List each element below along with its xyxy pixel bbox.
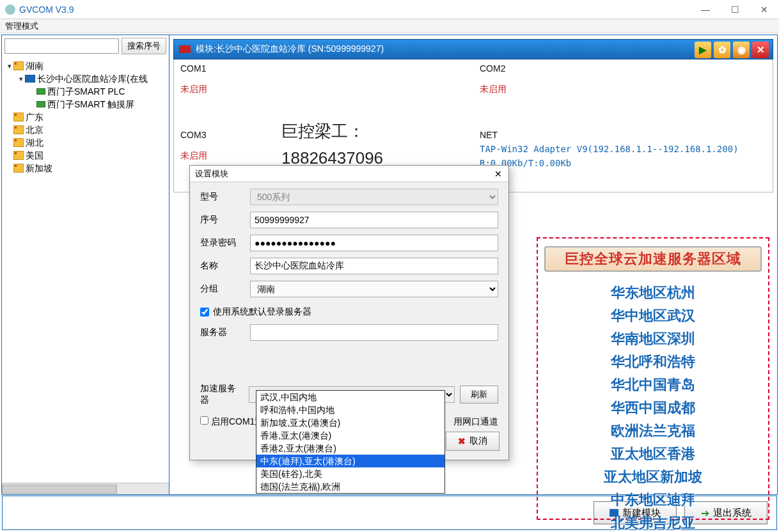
dropdown-option[interactable]: 香港,亚太(港澳台) [256, 429, 445, 442]
play-button[interactable]: ▶ [695, 42, 711, 58]
settings-button[interactable]: ✿ [714, 42, 730, 58]
app-icon [5, 4, 15, 15]
search-button[interactable]: 搜索序号 [122, 38, 166, 54]
status-net: NET TAP-Win32 Adapter V9(192.168.1.1--19… [473, 126, 773, 192]
search-row: 搜索序号 [2, 35, 169, 57]
maximize-button[interactable]: ☐ [720, 0, 750, 19]
module-status-icon [179, 45, 191, 53]
net-label: NET [480, 130, 766, 140]
close-icon: ✕ [757, 44, 765, 56]
tree-device-0[interactable]: 长沙中心医院血站冷库(在线 [37, 72, 148, 85]
scrollbar-thumb[interactable] [2, 485, 117, 494]
module-close-button[interactable]: ✕ [752, 42, 769, 58]
tree-hubei[interactable]: 湖北 [26, 136, 43, 149]
com3-value: 未启用 [180, 150, 467, 162]
module-header-prefix: 模块: [196, 43, 216, 55]
use-default-server-checkbox[interactable] [200, 308, 209, 317]
gear-icon: ✿ [718, 44, 727, 56]
model-select: 500系列 [250, 189, 498, 205]
folder-icon [13, 151, 24, 160]
serial-input[interactable] [250, 212, 498, 228]
folder-icon [13, 113, 24, 121]
dropdown-option[interactable]: 中东(迪拜),亚太(港澳台) [256, 455, 445, 467]
folder-icon [13, 164, 24, 173]
module-header: 模块: 长沙中心医院血站冷库 (SN:50999999927) ▶ ✿ ◉ ✕ [173, 39, 773, 59]
dropdown-option[interactable]: 呼和浩特,中国内地 [256, 403, 445, 416]
close-window-button[interactable]: ✕ [750, 0, 779, 19]
plc-icon [36, 88, 45, 95]
server-region-title: 巨控全球云加速服务器区域 [544, 246, 762, 272]
tree-guangdong[interactable]: 广东 [26, 111, 43, 123]
server-region-item: 华南地区深圳 [611, 329, 695, 348]
hmi-icon [36, 101, 45, 107]
dialog-close-button[interactable]: ✕ [492, 168, 505, 180]
group-select[interactable]: 湖南 [250, 281, 498, 297]
server-region-item: 华北中国青岛 [611, 375, 695, 395]
dialog-titlebar[interactable]: 设置模块 ✕ [190, 166, 508, 182]
server-region-item: 华西中国成都 [611, 398, 695, 418]
tree-meiguo[interactable]: 美国 [26, 149, 43, 162]
dropdown-option[interactable]: 新加坡,亚太(港澳台) [256, 416, 445, 429]
refresh-button[interactable]: 刷新 [460, 386, 498, 403]
name-label: 名称 [200, 260, 244, 272]
com3-label: COM3 [180, 130, 467, 140]
password-label: 登录密码 [200, 237, 244, 249]
device-icon [25, 75, 35, 82]
server-label: 服务器 [200, 327, 244, 338]
left-pane: 搜索序号 ▾湖南 ▾长沙中心医院血站冷库(在线 西门子SMART PLC 西门子… [2, 35, 169, 494]
enable-net-label-tail: 用网口通道 [453, 416, 498, 426]
device-tree[interactable]: ▾湖南 ▾长沙中心医院血站冷库(在线 西门子SMART PLC 西门子SMART… [2, 57, 169, 483]
com1-value: 未启用 [180, 84, 467, 95]
window-titlebar: GVCOM V3.9 — ☐ ✕ [0, 0, 779, 19]
status-com2: COM2 未启用 [473, 59, 773, 126]
accel-label: 加速服务器 [200, 383, 244, 406]
com1-label: COM1 [180, 63, 467, 74]
play-icon: ▶ [699, 44, 707, 56]
com2-label: COM2 [480, 63, 766, 74]
tree-hunan[interactable]: 湖南 [26, 59, 43, 72]
folder-icon [13, 61, 24, 70]
window-controls: — ☐ ✕ [691, 0, 779, 19]
use-default-server-label: 使用系统默认登录服务器 [213, 306, 311, 318]
menu-management-mode[interactable]: 管理模式 [5, 20, 38, 32]
enable-com1-checkbox[interactable] [200, 416, 209, 425]
folder-icon [13, 125, 24, 134]
search-input[interactable] [4, 38, 119, 54]
net-adapter: TAP-Win32 Adapter V9(192.168.1.1--192.16… [480, 144, 766, 154]
net-rate: R:0.00Kb/T:0.00Kb [480, 158, 766, 168]
tree-leaf-hmi[interactable]: 西门子SMART 触摸屏 [47, 98, 134, 111]
minimize-button[interactable]: — [691, 0, 720, 19]
server-region-list: 华东地区杭州华中地区武汉华南地区深圳华北呼和浩特华北中国青岛华西中国成都欧洲法兰… [538, 283, 768, 515]
folder-icon [13, 138, 24, 147]
password-input[interactable] [250, 235, 498, 251]
cancel-icon: ✖ [458, 436, 466, 446]
menubar: 管理模式 [0, 19, 779, 33]
server-region-item: 亚太地区新加坡 [604, 467, 702, 487]
tree-leaf-plc[interactable]: 西门子SMART PLC [47, 85, 125, 98]
status-com1: COM1 未启用 [174, 59, 473, 126]
cancel-button[interactable]: ✖取消 [446, 432, 500, 451]
dropdown-option[interactable]: 武汉,中国内地 [256, 391, 445, 403]
accel-server-dropdown-list[interactable]: 武汉,中国内地呼和浩特,中国内地新加坡,亚太(港澳台)香港,亚太(港澳台)香港2… [256, 390, 445, 494]
model-label: 型号 [200, 191, 244, 203]
tree-beijing[interactable]: 北京 [26, 123, 43, 136]
server-region-panel: 巨控全球云加速服务器区域 华东地区杭州华中地区武汉华南地区深圳华北呼和浩特华北中… [537, 237, 769, 520]
module-header-buttons: ▶ ✿ ◉ ✕ [695, 42, 769, 58]
disc-icon: ◉ [737, 44, 746, 56]
tree-xinjiapo[interactable]: 新加坡 [26, 162, 52, 175]
group-label: 分组 [200, 283, 244, 295]
server-region-item: 欧洲法兰克福 [611, 421, 695, 441]
dropdown-option[interactable]: 美国(硅谷),北美 [256, 467, 445, 480]
server-region-item: 亚太地区香港 [611, 444, 695, 464]
dropdown-option[interactable]: 德国(法兰克福),欧洲 [256, 480, 445, 493]
server-region-item: 华中地区武汉 [611, 306, 695, 325]
server-region-item: 华东地区杭州 [611, 283, 695, 302]
dropdown-option[interactable]: 香港2,亚太(港澳台) [256, 442, 445, 455]
disc-button[interactable]: ◉ [733, 42, 750, 58]
dialog-title: 设置模块 [195, 168, 228, 180]
com2-value: 未启用 [480, 84, 766, 95]
serial-label: 序号 [200, 214, 244, 226]
server-input[interactable] [250, 324, 498, 341]
name-input[interactable] [250, 258, 498, 274]
tree-horizontal-scrollbar[interactable] [2, 483, 169, 494]
